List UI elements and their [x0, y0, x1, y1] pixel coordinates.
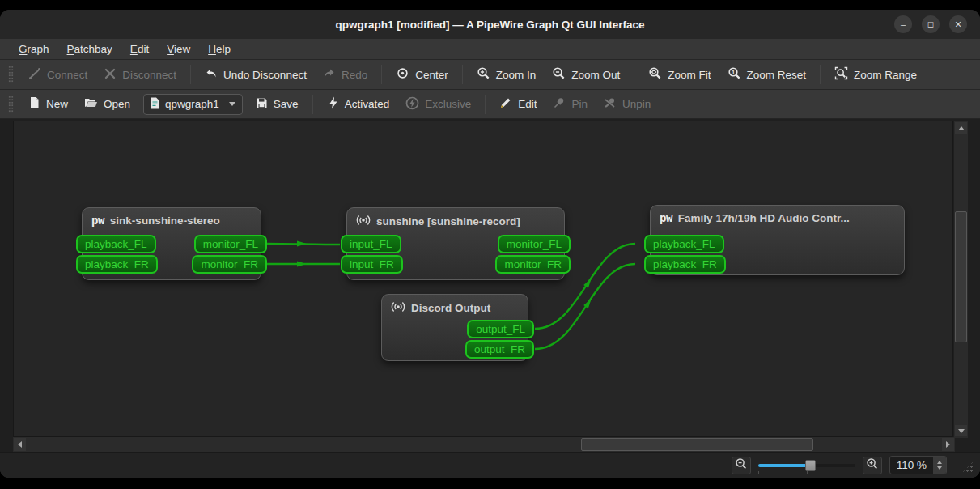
- pencil-icon: [499, 96, 512, 112]
- menu-help[interactable]: Help: [199, 40, 240, 57]
- node-discord-output[interactable]: Discord Output output_FL output_FR: [381, 294, 528, 361]
- menu-view[interactable]: View: [158, 40, 199, 57]
- zoom-in-icon: [477, 66, 490, 83]
- redo-button[interactable]: Redo: [315, 62, 375, 87]
- close-icon: ✕: [954, 20, 961, 29]
- port-output_FR[interactable]: output_FR: [465, 340, 534, 359]
- zoom-reset-button[interactable]: 1 Zoom Reset: [719, 62, 815, 87]
- activated-toggle[interactable]: Activated: [319, 92, 398, 117]
- slider-handle[interactable]: [805, 460, 816, 471]
- disconnect-icon: [104, 67, 117, 83]
- toolbar-separator: [312, 95, 313, 114]
- broadcast-icon: [391, 300, 405, 316]
- statusbar-zoom-out-button[interactable]: [732, 457, 751, 474]
- minimize-button[interactable]: –: [894, 15, 912, 33]
- triangle-up-icon: [958, 126, 965, 130]
- triangle-right-icon: [946, 441, 950, 448]
- redo-icon: [323, 67, 336, 83]
- window-controls: – ◻ ✕: [894, 15, 967, 33]
- zoom-in-button[interactable]: Zoom In: [469, 62, 545, 87]
- menu-patchbay[interactable]: Patchbay: [58, 40, 121, 57]
- port-playback_FL[interactable]: playback_FL: [644, 235, 724, 253]
- patchbay-file-name: qpwgraph1: [165, 98, 219, 110]
- port-output_FL[interactable]: output_FL: [467, 320, 534, 338]
- toolbar-drag-handle[interactable]: [8, 96, 14, 113]
- pin-icon: [553, 96, 566, 112]
- toolbar-separator: [381, 65, 382, 84]
- unpin-button[interactable]: Unpin: [596, 92, 659, 117]
- statusbar: 110 %: [0, 452, 980, 478]
- undo-button[interactable]: Undo Disconnect: [197, 62, 315, 87]
- chevron-down-icon: [229, 102, 235, 106]
- slider-fill: [758, 464, 808, 467]
- pipewire-icon: pw: [660, 211, 672, 224]
- zoom-fit-button[interactable]: Zoom Fit: [640, 62, 719, 87]
- circled-lightning-icon: [405, 96, 419, 113]
- scroll-right-button[interactable]: [942, 438, 954, 451]
- port-monitor_FL[interactable]: monitor_FL: [498, 235, 571, 253]
- pin-button[interactable]: Pin: [545, 92, 596, 117]
- lightning-icon: [327, 96, 339, 112]
- toolbar-drag-handle[interactable]: [8, 66, 14, 83]
- maximize-button[interactable]: ◻: [922, 15, 940, 33]
- horizontal-scroll-thumb[interactable]: [581, 438, 813, 451]
- node-sink-sunshine-stereo[interactable]: pw sink-sunshine-stereo playback_FL play…: [82, 207, 261, 280]
- spin-down-icon: [937, 466, 942, 470]
- open-button[interactable]: Open: [76, 92, 138, 117]
- port-monitor_FL[interactable]: monitor_FL: [194, 235, 267, 253]
- port-playback_FR[interactable]: playback_FR: [76, 255, 158, 274]
- node-title: sunshine [sunshine-record]: [376, 215, 520, 227]
- scroll-down-button[interactable]: [955, 425, 967, 436]
- statusbar-zoom-in-button[interactable]: [863, 457, 882, 474]
- exclusive-toggle[interactable]: Exclusive: [397, 92, 479, 117]
- edit-button[interactable]: Edit: [491, 92, 545, 117]
- horizontal-scrollbar[interactable]: [13, 437, 955, 452]
- patchbay-file-combobox[interactable]: qpwgraph1: [143, 94, 243, 115]
- port-playback_FL[interactable]: playback_FL: [76, 235, 156, 253]
- menu-edit[interactable]: Edit: [121, 40, 158, 57]
- spin-up-icon: [937, 461, 942, 464]
- zoom-range-button[interactable]: Zoom Range: [826, 62, 925, 87]
- undo-icon: [205, 67, 218, 83]
- port-playback_FR[interactable]: playback_FR: [644, 255, 726, 274]
- new-button[interactable]: New: [20, 92, 76, 117]
- close-button[interactable]: ✕: [949, 15, 967, 33]
- node-title: Discord Output: [411, 302, 490, 314]
- zoom-percent-spinbox[interactable]: 110 %: [889, 456, 947, 474]
- port-monitor_FR[interactable]: monitor_FR: [192, 255, 267, 274]
- center-button[interactable]: Center: [388, 62, 456, 87]
- node-title: sink-sunshine-stereo: [110, 215, 220, 227]
- port-monitor_FR[interactable]: monitor_FR: [495, 255, 571, 274]
- triangle-left-icon: [18, 441, 22, 448]
- vertical-scroll-thumb[interactable]: [955, 211, 967, 342]
- resize-grip[interactable]: [961, 461, 974, 474]
- menu-graph[interactable]: Graph: [10, 40, 58, 57]
- zoom-in-icon: [866, 457, 879, 474]
- node-sunshine[interactable]: sunshine [sunshine-record] input_FL inpu…: [346, 207, 565, 280]
- save-button[interactable]: Save: [248, 92, 307, 117]
- node-title: Family 17h/19h HD Audio Contr...: [678, 212, 850, 224]
- zoom-percent-value: 110 %: [890, 459, 933, 471]
- svg-text:1: 1: [731, 69, 734, 76]
- port-input_FR[interactable]: input_FR: [341, 255, 403, 274]
- window-title: qpwgraph1 [modified] — A PipeWire Graph …: [335, 19, 644, 31]
- port-input_FL[interactable]: input_FL: [341, 235, 401, 253]
- graph-canvas-area: pw sink-sunshine-stereo playback_FL play…: [0, 118, 980, 452]
- slider-tick: [807, 471, 808, 474]
- zoom-slider[interactable]: [758, 457, 855, 474]
- zoom-out-button[interactable]: Zoom Out: [544, 62, 628, 87]
- spin-buttons[interactable]: [933, 457, 946, 474]
- node-family-hd-audio[interactable]: pw Family 17h/19h HD Audio Contr... play…: [650, 205, 905, 275]
- disconnect-button[interactable]: Disconnect: [95, 62, 185, 87]
- scroll-left-button[interactable]: [14, 438, 26, 451]
- save-icon: [256, 97, 268, 112]
- connect-button[interactable]: Connect: [20, 62, 95, 87]
- zoom-out-icon: [735, 457, 748, 474]
- zoom-fit-icon: [648, 66, 662, 83]
- scroll-up-button[interactable]: [955, 122, 967, 134]
- zoom-reset-icon: 1: [728, 66, 741, 83]
- unpin-icon: [604, 96, 617, 112]
- toolbar-separator: [462, 65, 463, 84]
- graph-view[interactable]: pw sink-sunshine-stereo playback_FL play…: [13, 121, 953, 437]
- vertical-scrollbar[interactable]: [954, 121, 968, 438]
